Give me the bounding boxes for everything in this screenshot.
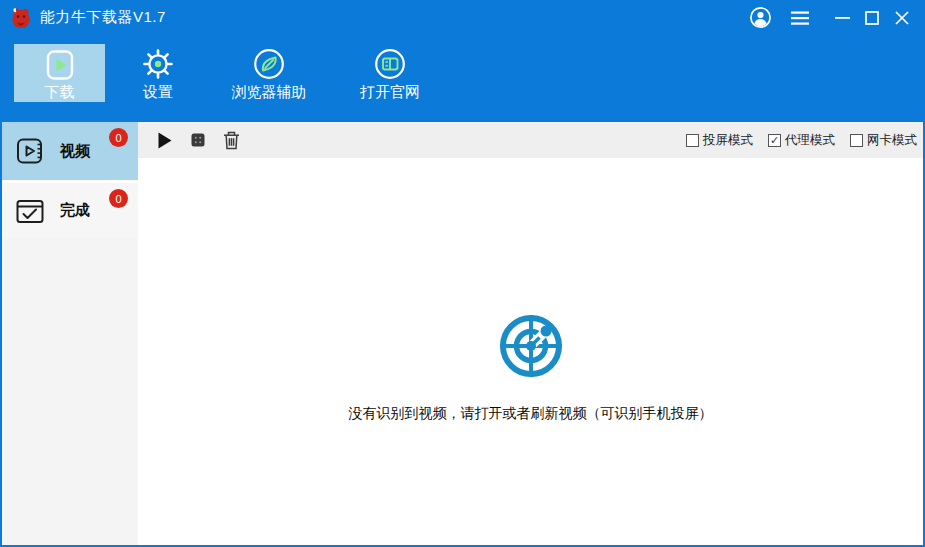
cast-screen-label: 投屏模式 <box>703 132 753 149</box>
sidebar-item-completed[interactable]: 完成 0 <box>2 180 138 238</box>
sidebar: 视频 0 完成 0 <box>2 122 138 545</box>
close-button[interactable] <box>887 4 917 32</box>
maximize-button[interactable] <box>857 4 887 32</box>
completed-count-badge: 0 <box>109 189 128 208</box>
mode-network-card[interactable]: 网卡模式 <box>850 132 917 149</box>
gear-icon <box>141 47 175 81</box>
videos-count-badge: 0 <box>109 128 128 147</box>
window-check-icon <box>14 195 46 227</box>
bull-app-icon <box>10 7 32 29</box>
play-square-icon <box>42 47 78 83</box>
tab-browser-assist[interactable]: 浏览器辅助 <box>210 44 328 102</box>
tab-browser-assist-label: 浏览器辅助 <box>232 84 307 100</box>
leaf-circle-icon <box>252 47 286 81</box>
tab-download-label: 下载 <box>45 84 75 100</box>
radar-icon <box>497 312 565 384</box>
book-circle-icon <box>373 47 407 81</box>
network-card-label: 网卡模式 <box>867 132 917 149</box>
sidebar-item-videos-label: 视频 <box>60 142 90 161</box>
stop-icon[interactable] <box>188 129 208 151</box>
app-window: 能力牛下载器V1.7 <box>0 0 925 547</box>
network-card-checkbox[interactable] <box>850 134 863 147</box>
action-bar: 投屏模式 ✓ 代理模式 网卡模式 <box>138 122 923 158</box>
sidebar-filler <box>2 238 138 545</box>
tab-open-website-label: 打开官网 <box>360 84 420 100</box>
empty-state: 没有识别到视频，请打开或者刷新视频（可识别手机投屏） <box>138 158 923 545</box>
trash-icon[interactable] <box>221 129 241 151</box>
cast-screen-checkbox[interactable] <box>686 134 699 147</box>
sidebar-item-videos[interactable]: 视频 0 <box>2 122 138 180</box>
video-list-icon <box>14 135 46 167</box>
sidebar-item-completed-label: 完成 <box>60 201 90 220</box>
proxy-checkbox[interactable]: ✓ <box>768 134 781 147</box>
app-title: 能力牛下载器V1.7 <box>40 8 166 27</box>
hamburger-icon[interactable] <box>785 4 815 32</box>
avatar-icon[interactable] <box>745 4 775 32</box>
proxy-label: 代理模式 <box>785 132 835 149</box>
empty-state-message: 没有识别到视频，请打开或者刷新视频（可识别手机投屏） <box>349 405 713 423</box>
tab-open-website[interactable]: 打开官网 <box>342 44 438 102</box>
mode-cast-screen[interactable]: 投屏模式 <box>686 132 753 149</box>
title-bar: 能力牛下载器V1.7 <box>2 0 923 35</box>
play-icon[interactable] <box>155 129 175 151</box>
tab-settings-label: 设置 <box>143 84 173 100</box>
minimize-button[interactable] <box>827 4 857 32</box>
ribbon-toolbar: 下载 设置 <box>2 35 923 122</box>
tab-download[interactable]: 下载 <box>14 44 105 102</box>
tab-settings[interactable]: 设置 <box>118 44 198 102</box>
mode-proxy[interactable]: ✓ 代理模式 <box>768 132 835 149</box>
main-panel: 投屏模式 ✓ 代理模式 网卡模式 <box>138 122 923 545</box>
